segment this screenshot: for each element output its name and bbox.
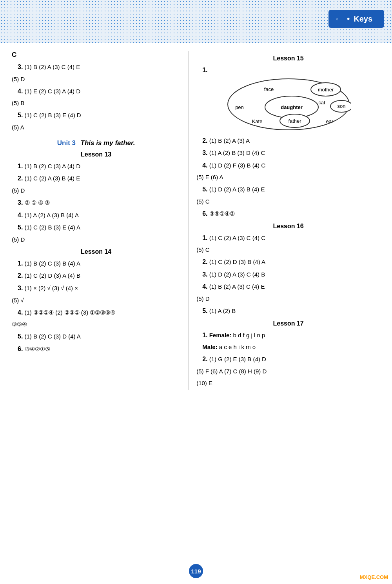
l14-q4-num: 4. — [18, 309, 23, 316]
word-ear: ear — [326, 118, 333, 124]
l17-q2-num: 2. — [202, 356, 207, 362]
lesson15-title: Lesson 15 — [196, 55, 380, 62]
l13-q2-answers: (1) C (2) A (3) B (4) E — [25, 175, 80, 182]
l14-q5-answers: (1) B (2) C (3) D (4) A — [25, 333, 81, 340]
l14-q3-answers: (1) × (2) √ (3) √ (4) × — [25, 285, 78, 291]
q4-num: 4. — [18, 88, 23, 95]
l14-q6-answers: ③④②①⑤ — [25, 346, 50, 352]
keys-button[interactable]: ← • Keys — [328, 10, 384, 28]
l15-q4b: (5) E (6) A — [196, 173, 380, 182]
l17-q1-num: 1. — [202, 332, 207, 338]
l16-q5: 5. (1) A (2) B — [202, 306, 380, 316]
section-c-q5: 5. (1) C (2) B (3) E (4) D — [18, 110, 180, 120]
word-father: father — [288, 118, 301, 124]
l17-female-answers: b d f g j l n p — [233, 332, 265, 338]
word-mother: mother — [318, 87, 334, 93]
l16-q2: 2. (1) C (2) D (3) B (4) A — [202, 257, 380, 267]
l17-male-label: Male: — [202, 344, 217, 350]
section-c-q4: 4. (1) E (2) C (3) A (4) D — [18, 86, 180, 96]
l13-q2: 2. (1) C (2) A (3) B (4) E — [18, 173, 180, 184]
l16-q3: 3. (1) D (2) A (3) C (4) B — [202, 269, 380, 280]
l13-q4-answers: (1) A (2) A (3) B (4) A — [25, 212, 79, 218]
l14-q2-num: 2. — [18, 272, 23, 279]
l17-q2: 2. (1) G (2) E (3) B (4) D — [202, 354, 380, 364]
section-c-q3b: (5) D — [12, 75, 180, 84]
l14-q4b: ③⑤④ — [12, 320, 180, 329]
lesson13-title: Lesson 13 — [12, 151, 180, 158]
l17-q1-male: Male: a c e h i k m o — [202, 342, 380, 352]
diagram: face mother pen daughter cat son Kate fa… — [226, 77, 351, 132]
word-son: son — [337, 103, 345, 109]
l13-q2-num: 2. — [18, 175, 23, 182]
l15-q2-answers: (1) B (2) A (3) A — [209, 137, 250, 144]
l13-q1: 1. (1) B (2) C (3) A (4) D — [18, 161, 180, 171]
lesson14-title: Lesson 14 — [12, 248, 180, 255]
l17-male-answers: a c e h i k m o — [219, 344, 256, 350]
l15-q2-num: 2. — [202, 137, 207, 144]
l14-q5-num: 5. — [18, 333, 23, 340]
main-content: C 3. (1) B (2) A (3) C (4) E (5) D 4. (1… — [0, 43, 392, 398]
l15-q6-answers: ③⑤①④② — [209, 210, 235, 217]
l13-q1-answers: (1) B (2) C (3) A (4) D — [25, 163, 81, 169]
l17-q2b: (5) F (6) A (7) C (8) H (9) D — [196, 367, 380, 376]
q4-answers: (1) E (2) C (3) A (4) D — [25, 88, 81, 95]
l15-q5b: (5) C — [196, 197, 380, 206]
l14-q4: 4. (1) ③②①④ (2) ②③① (3) ①②③⑤④ — [18, 307, 180, 318]
l16-q2-num: 2. — [202, 258, 207, 265]
lesson17-title: Lesson 17 — [196, 320, 380, 327]
l15-q1-num: 1. — [202, 67, 207, 73]
l16-q5-answers: (1) A (2) B — [209, 307, 236, 314]
l14-q6-num: 6. — [18, 346, 23, 352]
l14-q3: 3. (1) × (2) √ (3) √ (4) × — [18, 283, 180, 293]
l13-q5-num: 5. — [18, 224, 23, 231]
l14-q3b: (5) √ — [12, 296, 180, 305]
l15-q1-num-label: 1. — [202, 65, 380, 75]
word-face: face — [264, 86, 274, 92]
word-daughter: daughter — [281, 104, 303, 110]
l16-q1-num: 1. — [202, 235, 207, 241]
section-c-label: C — [12, 51, 180, 59]
word-pen: pen — [235, 104, 244, 110]
l13-q5: 5. (1) C (2) B (3) E (4) A — [18, 222, 180, 233]
q3-num: 3. — [18, 64, 23, 70]
l13-q3-answers: ② ① ④ ③ — [25, 199, 50, 206]
l15-q6-num: 6. — [202, 210, 207, 217]
l15-q2: 2. (1) B (2) A (3) A — [202, 136, 380, 146]
l16-q4-num: 4. — [202, 283, 207, 290]
two-column-layout: C 3. (1) B (2) A (3) C (4) E (5) D 4. (1… — [12, 51, 380, 390]
l13-q5-answers: (1) C (2) B (3) E (4) A — [25, 224, 81, 231]
keys-label: Keys — [354, 15, 372, 24]
l15-q5-num: 5. — [202, 186, 207, 193]
l13-q1-num: 1. — [18, 163, 23, 169]
l14-q4-answers: (1) ③②①④ (2) ②③① (3) ①②③⑤④ — [25, 309, 116, 316]
q5-answers: (1) C (2) B (3) E (4) D — [25, 112, 81, 118]
l16-q1b: (5) C — [196, 245, 380, 255]
l13-q4-num: 4. — [18, 212, 23, 218]
unit3-title: Unit 3 This is my father. — [12, 139, 180, 147]
l16-q1: 1. (1) C (2) A (3) C (4) C — [202, 233, 380, 243]
left-column: C 3. (1) B (2) A (3) C (4) E (5) D 4. (1… — [12, 51, 189, 390]
l15-q3: 3. (1) A (2) B (3) D (4) C — [202, 148, 380, 158]
l16-q4-answers: (1) B (2) A (3) C (4) E — [209, 283, 265, 290]
l14-q2: 2. (1) C (2) D (3) A (4) B — [18, 271, 180, 281]
section-c-q3: 3. (1) B (2) A (3) C (4) E — [18, 62, 180, 72]
word-kate: Kate — [252, 118, 262, 124]
l15-q3-num: 3. — [202, 149, 207, 156]
l16-q4: 4. (1) B (2) A (3) C (4) E — [202, 282, 380, 292]
l16-q4b: (5) D — [196, 294, 380, 304]
section-c-q4b: (5) B — [12, 98, 180, 108]
l14-q5: 5. (1) B (2) C (3) D (4) A — [18, 331, 180, 342]
l16-q5-num: 5. — [202, 307, 207, 314]
l15-q4-num: 4. — [202, 162, 207, 169]
l13-q3-num: 3. — [18, 199, 23, 206]
l15-q4: 4. (1) D (2) F (3) B (4) C — [202, 160, 380, 171]
l13-q5b: (5) D — [12, 235, 180, 244]
l15-q3-answers: (1) A (2) B (3) D (4) C — [209, 149, 265, 156]
unit3-num: Unit 3 — [57, 139, 76, 147]
l17-q2c: (10) E — [196, 378, 380, 388]
l17-q1-female: 1. Female: b d f g j l n p — [202, 330, 380, 340]
page-number: 119 — [189, 564, 203, 578]
l16-q3-answers: (1) D (2) A (3) C (4) B — [209, 271, 265, 278]
l15-q4-answers: (1) D (2) F (3) B (4) C — [209, 162, 265, 169]
l16-q2-answers: (1) C (2) D (3) B (4) A — [209, 258, 265, 265]
